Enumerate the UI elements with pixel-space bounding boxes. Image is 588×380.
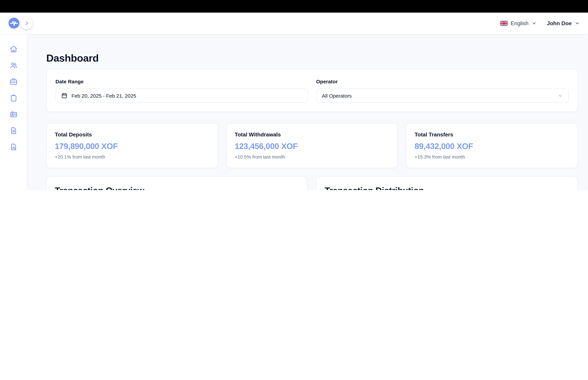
sidebar-item-users[interactable]	[5, 57, 22, 74]
filters-card: Date Range Feb 20, 2025 - Feb 21, 2025 O…	[46, 69, 578, 112]
stat-change: +20.1% from last month	[55, 153, 209, 160]
transaction-distribution-card: Transaction Distribution	[316, 177, 578, 190]
clipboard-icon	[9, 94, 18, 102]
chevron-down-icon	[575, 21, 580, 26]
operator-field: Operator All Operators	[316, 78, 569, 103]
stat-card-deposits: Total Deposits 179,890,000 XOF +20.1% fr…	[46, 123, 218, 168]
operator-value: All Operators	[322, 93, 554, 98]
dashboard-page: English John Doe	[0, 0, 588, 190]
main-content: Dashboard Date Range Feb 20, 2025 - Feb …	[27, 34, 588, 190]
page-title: Dashboard	[46, 52, 578, 65]
date-range-value: Feb 20, 2025 - Feb 21, 2025	[72, 93, 302, 98]
distribution-chart-title: Transaction Distribution	[325, 185, 569, 190]
users-icon	[9, 61, 18, 69]
stat-change: +10.5% from last month	[235, 153, 389, 160]
chevron-down-icon	[531, 21, 537, 26]
chevron-right-icon	[24, 20, 29, 26]
file-text-icon	[9, 127, 18, 135]
language-label: English	[511, 20, 529, 26]
id-card-icon	[9, 110, 18, 118]
home-icon	[9, 45, 18, 53]
charts-row: Transaction Overview 025005000750010000J…	[46, 177, 578, 190]
stat-value: 179,890,000 XOF	[55, 141, 209, 152]
stat-card-transfers: Total Transfers 89,432,000 XOF +15.3% fr…	[406, 123, 578, 168]
logo-pulse-m-icon	[10, 19, 18, 28]
uk-flag-icon	[500, 21, 508, 26]
user-menu[interactable]: John Doe	[547, 20, 580, 26]
date-range-input[interactable]: Feb 20, 2025 - Feb 21, 2025	[56, 88, 308, 103]
overview-chart-title: Transaction Overview	[55, 185, 299, 190]
date-range-field: Date Range Feb 20, 2025 - Feb 21, 2025	[56, 78, 308, 103]
file-chart-icon	[9, 143, 18, 151]
sidebar-item-reports[interactable]	[5, 139, 22, 155]
sidebar	[0, 34, 27, 190]
date-range-label: Date Range	[56, 78, 308, 85]
briefcase-icon	[9, 77, 18, 86]
sidebar-item-transactions[interactable]	[5, 90, 22, 106]
sidebar-item-dashboard[interactable]	[5, 41, 22, 57]
sidebar-item-agents[interactable]	[5, 106, 22, 122]
os-black-bar	[0, 0, 588, 13]
header-actions: English John Doe	[500, 13, 580, 34]
language-selector[interactable]: English	[500, 20, 537, 26]
stat-value: 123,456,000 XOF	[235, 141, 389, 152]
user-name: John Doe	[547, 20, 572, 26]
stat-value: 89,432,000 XOF	[415, 141, 569, 152]
stat-title: Total Deposits	[55, 131, 209, 138]
sidebar-item-documents[interactable]	[5, 122, 22, 139]
operator-label: Operator	[316, 78, 569, 85]
calendar-icon	[61, 93, 67, 99]
stat-card-withdrawals: Total Withdrawals 123,456,000 XOF +10.5%…	[226, 123, 398, 168]
app-logo	[8, 18, 19, 29]
transaction-overview-card: Transaction Overview 025005000750010000J…	[46, 177, 307, 190]
stat-change: +15.3% from last month	[415, 153, 569, 160]
chevron-down-icon	[558, 93, 563, 98]
stat-cards: Total Deposits 179,890,000 XOF +20.1% fr…	[46, 123, 578, 168]
stat-title: Total Transfers	[415, 131, 569, 138]
stat-title: Total Withdrawals	[235, 131, 389, 138]
sidebar-item-business[interactable]	[5, 74, 22, 90]
app-header: English John Doe	[0, 13, 588, 34]
sidebar-expand-button[interactable]	[20, 17, 33, 29]
operator-select[interactable]: All Operators	[316, 88, 569, 103]
